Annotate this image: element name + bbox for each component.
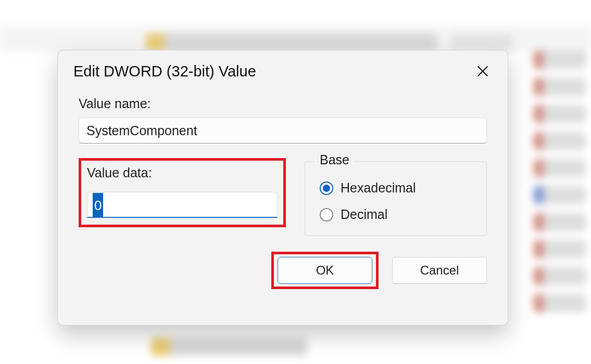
dialog-body: Value name: Value data: 0 Base Hexadecim… (58, 91, 508, 325)
radio-icon (320, 208, 333, 222)
dialog-button-row: OK Cancel (79, 252, 487, 289)
dialog-titlebar: Edit DWORD (32-bit) Value (58, 50, 508, 91)
cancel-button[interactable]: Cancel (392, 257, 487, 284)
radio-label-decimal: Decimal (341, 207, 387, 222)
cancel-button-label: Cancel (420, 263, 459, 278)
radio-hexadecimal[interactable]: Hexadecimal (320, 180, 476, 196)
radio-decimal[interactable]: Decimal (320, 207, 476, 222)
ok-button[interactable]: OK (278, 257, 372, 284)
radio-label-hexadecimal: Hexadecimal (341, 180, 416, 196)
value-data-input[interactable] (87, 192, 278, 218)
radio-icon (320, 181, 333, 195)
value-data-label: Value data: (87, 165, 278, 180)
value-name-input[interactable] (79, 118, 487, 144)
close-icon (477, 66, 488, 76)
dialog-title: Edit DWORD (32-bit) Value (73, 63, 256, 80)
base-groupbox: Base Hexadecimal Decimal (305, 161, 487, 236)
ok-button-label: OK (316, 263, 334, 278)
edit-dword-dialog: Edit DWORD (32-bit) Value Value name: Va… (57, 50, 508, 326)
base-legend: Base (315, 152, 355, 167)
close-button[interactable] (472, 61, 493, 82)
value-name-label: Value name: (79, 96, 487, 111)
